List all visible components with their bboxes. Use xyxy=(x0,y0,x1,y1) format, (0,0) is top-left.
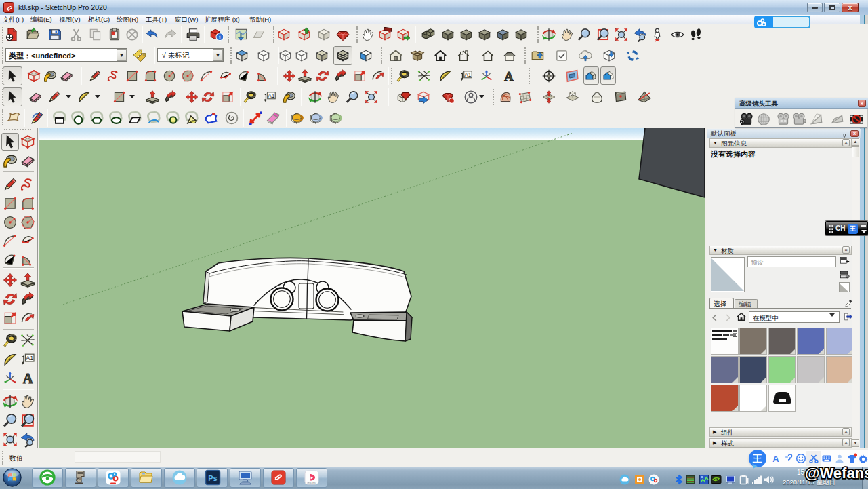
svg-text:A1: A1 xyxy=(464,72,472,78)
svg-text:A1: A1 xyxy=(26,355,33,361)
svg-text:A: A xyxy=(772,454,779,464)
svg-text:A1: A1 xyxy=(268,93,275,99)
svg-text:Ps: Ps xyxy=(208,474,217,482)
svg-text:A: A xyxy=(504,69,514,83)
svg-text:i: i xyxy=(219,34,221,41)
svg-text:A: A xyxy=(23,371,33,386)
svg-text:TENCENT: TENCENT xyxy=(306,482,316,484)
svg-text:@Wefans: @Wefans xyxy=(805,465,868,482)
